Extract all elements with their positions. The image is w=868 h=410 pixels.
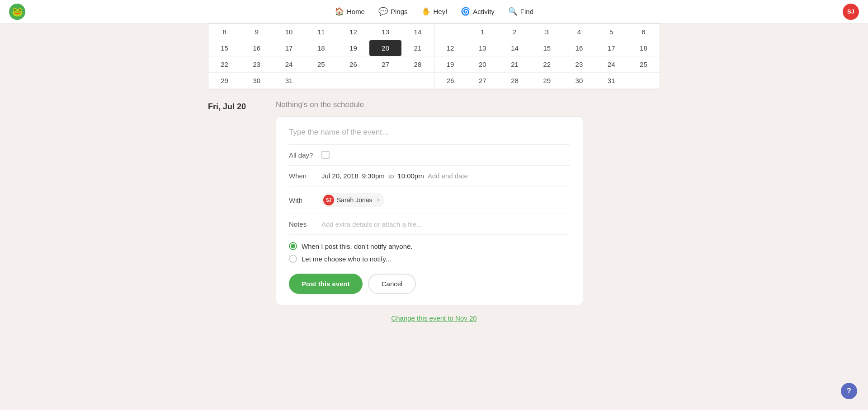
home-icon: 🏠 [335,7,344,16]
cal-cell[interactable]: 15 [531,40,563,56]
cal-cell[interactable]: 12 [434,40,467,56]
cal-cell[interactable]: 13 [369,24,401,40]
month1-row-1: 15 16 17 18 19 20 21 [208,40,434,56]
radio-section: When I post this, don't notify anyone. L… [289,235,570,270]
nav-pings[interactable]: 💬 Pings [378,7,408,16]
person-tag[interactable]: SJ Sarah Jonas × [321,193,385,207]
form-actions: Post this event Cancel [289,270,570,294]
cal-cell[interactable]: 28 [499,73,531,89]
month2-row-3: 26 27 28 29 30 31 [434,73,660,89]
radio-no-notify-btn[interactable] [289,242,297,250]
cal-cell[interactable]: 16 [563,40,595,56]
event-name-input[interactable] [289,128,570,144]
cal-cell[interactable]: 28 [401,56,434,72]
cal-cell[interactable]: 17 [595,40,627,56]
cal-cell[interactable]: 30 [563,73,595,89]
cal-cell[interactable]: 22 [531,56,563,72]
cal-cell-empty [627,73,660,89]
nav-find[interactable]: 🔍 Find [508,7,533,16]
post-event-button[interactable]: Post this event [289,274,363,294]
cal-cell[interactable]: 19 [434,56,467,72]
cal-cell[interactable]: 2 [499,24,531,40]
cal-cell[interactable]: 19 [337,40,369,56]
cal-cell[interactable]: 5 [595,24,627,40]
cal-cell-empty [369,73,401,89]
cal-cell[interactable]: 21 [401,40,434,56]
cal-cell[interactable]: 22 [208,56,241,72]
cal-cell[interactable]: 18 [627,40,660,56]
nav-hey[interactable]: ✋ Hey! [421,7,448,16]
cal-cell[interactable]: 24 [595,56,627,72]
nav-activity[interactable]: 🌀 Activity [461,7,495,16]
allday-row: All day? [289,144,570,166]
cal-cell[interactable]: 27 [467,73,499,89]
cal-cell-selected[interactable]: 20 [369,40,401,56]
month1-partial-row: 8 9 10 11 12 13 14 [208,24,434,40]
hey-icon: ✋ [421,7,431,16]
help-button[interactable]: ? [841,383,857,399]
cal-cell[interactable]: 16 [241,40,273,56]
cal-cell[interactable]: 14 [499,40,531,56]
notes-input[interactable]: Add extra details or attach a file... [321,220,422,228]
radio-choose-notify-btn[interactable] [289,255,297,263]
cal-cell[interactable]: 9 [241,24,273,40]
cal-cell[interactable]: 29 [531,73,563,89]
cancel-button[interactable]: Cancel [368,274,416,294]
cal-cell[interactable]: 14 [401,24,434,40]
with-section: SJ Sarah Jonas × [321,193,385,207]
cal-cell[interactable]: 31 [595,73,627,89]
when-start-time[interactable]: 9:30pm [362,172,385,180]
person-remove-button[interactable]: × [377,197,380,203]
when-end-time[interactable]: 10:00pm [397,172,424,180]
when-to-label: to [388,172,394,180]
cal-cell[interactable]: 24 [273,56,305,72]
month2-row-2: 19 20 21 22 23 24 25 [434,56,660,73]
cal-cell[interactable]: 18 [305,40,337,56]
cal-cell[interactable]: 26 [337,56,369,72]
cal-cell[interactable]: 25 [627,56,660,72]
schedule-date: Fri, Jul 20 [208,100,262,305]
radio-choose-notify-label: Let me choose who to notify... [302,255,391,263]
cal-cell[interactable]: 6 [627,24,660,40]
month2-partial-row: 1 2 3 4 5 6 [434,24,660,40]
nav-pings-label: Pings [391,8,408,15]
cal-cell[interactable]: 30 [241,73,273,89]
calendar-month-1: 8 9 10 11 12 13 14 15 16 17 18 19 20 21 [208,24,434,89]
bottom-hint[interactable]: Change this event to Nov 20 [208,314,660,335]
notes-row: Notes Add extra details or attach a file… [289,214,570,235]
cal-cell[interactable]: 17 [273,40,305,56]
month1-row-2: 22 23 24 25 26 27 28 [208,56,434,73]
cal-cell[interactable]: 10 [273,24,305,40]
main-content: 8 9 10 11 12 13 14 15 16 17 18 19 20 21 [127,23,741,335]
nav-home[interactable]: 🏠 Home [335,7,365,16]
radio-no-notify[interactable]: When I post this, don't notify anyone. [289,242,570,250]
user-avatar[interactable]: SJ [843,4,859,20]
when-add-end-date[interactable]: Add end date [428,172,468,180]
calendar-body: 8 9 10 11 12 13 14 15 16 17 18 19 20 21 [208,24,660,89]
when-date[interactable]: Jul 20, 2018 [321,172,359,180]
allday-checkbox[interactable] [321,151,330,159]
activity-icon: 🌀 [461,7,470,16]
cal-cell[interactable]: 23 [563,56,595,72]
cal-cell[interactable]: 21 [499,56,531,72]
cal-cell[interactable]: 23 [241,56,273,72]
cal-cell[interactable]: 8 [208,24,241,40]
cal-cell[interactable]: 12 [337,24,369,40]
cal-cell[interactable]: 26 [434,73,467,89]
cal-cell[interactable]: 11 [305,24,337,40]
cal-cell[interactable]: 31 [273,73,305,89]
cal-cell[interactable]: 3 [531,24,563,40]
cal-cell[interactable]: 1 [467,24,499,40]
allday-label: All day? [289,151,316,159]
cal-cell[interactable]: 4 [563,24,595,40]
cal-cell[interactable]: 13 [467,40,499,56]
app-logo[interactable]: 🐸 [9,4,25,20]
cal-cell[interactable]: 27 [369,56,401,72]
cal-cell[interactable]: 29 [208,73,241,89]
month2-row-1: 12 13 14 15 16 17 18 [434,40,660,56]
cal-cell[interactable]: 15 [208,40,241,56]
notes-label: Notes [289,220,316,228]
cal-cell[interactable]: 20 [467,56,499,72]
radio-choose-notify[interactable]: Let me choose who to notify... [289,255,570,263]
cal-cell[interactable]: 25 [305,56,337,72]
